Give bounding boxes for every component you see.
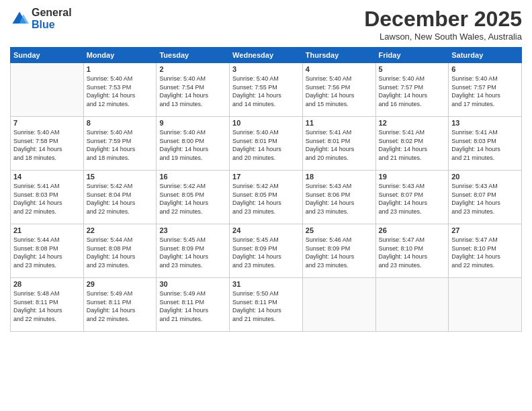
day-number: 25	[306, 226, 373, 234]
day-info: Sunrise: 5:40 AM Sunset: 7:57 PM Dayligh…	[451, 75, 519, 108]
day-number: 16	[159, 173, 226, 181]
logo: General Blue	[10, 7, 72, 30]
day-info: Sunrise: 5:45 AM Sunset: 8:09 PM Dayligh…	[232, 236, 300, 269]
day-number: 26	[379, 226, 446, 234]
calendar-cell: 12Sunrise: 5:41 AM Sunset: 8:02 PM Dayli…	[375, 117, 449, 171]
day-number: 5	[379, 65, 446, 73]
day-number: 3	[232, 65, 300, 73]
day-info: Sunrise: 5:44 AM Sunset: 8:08 PM Dayligh…	[13, 236, 81, 269]
day-number: 6	[451, 65, 519, 73]
calendar-cell: 25Sunrise: 5:46 AM Sunset: 8:09 PM Dayli…	[302, 224, 375, 278]
day-info: Sunrise: 5:47 AM Sunset: 8:10 PM Dayligh…	[379, 236, 446, 269]
logo-icon	[10, 9, 29, 28]
day-info: Sunrise: 5:45 AM Sunset: 8:09 PM Dayligh…	[159, 236, 226, 269]
day-number: 8	[87, 119, 154, 127]
weekday-header-sunday: Sunday	[11, 48, 84, 63]
day-info: Sunrise: 5:43 AM Sunset: 8:07 PM Dayligh…	[451, 182, 519, 216]
day-info: Sunrise: 5:40 AM Sunset: 7:56 PM Dayligh…	[306, 75, 373, 108]
weekday-header-thursday: Thursday	[302, 48, 375, 63]
day-number: 27	[451, 226, 519, 234]
day-number: 4	[306, 65, 373, 73]
logo-blue: Blue	[32, 19, 72, 31]
calendar-cell: 14Sunrise: 5:41 AM Sunset: 8:03 PM Dayli…	[11, 171, 84, 224]
calendar-cell: 3Sunrise: 5:40 AM Sunset: 7:55 PM Daylig…	[230, 63, 303, 117]
day-info: Sunrise: 5:40 AM Sunset: 7:54 PM Dayligh…	[159, 75, 226, 108]
calendar-cell: 30Sunrise: 5:49 AM Sunset: 8:11 PM Dayli…	[157, 278, 230, 332]
header: General Blue December 2025 Lawson, New S…	[10, 7, 522, 42]
calendar-cell: 22Sunrise: 5:44 AM Sunset: 8:08 PM Dayli…	[83, 224, 157, 278]
logo-text: General Blue	[32, 7, 72, 30]
page: General Blue December 2025 Lawson, New S…	[0, 0, 532, 411]
day-info: Sunrise: 5:40 AM Sunset: 7:55 PM Dayligh…	[232, 75, 300, 108]
day-info: Sunrise: 5:41 AM Sunset: 8:03 PM Dayligh…	[13, 182, 81, 216]
day-info: Sunrise: 5:46 AM Sunset: 8:09 PM Dayligh…	[306, 236, 373, 269]
calendar-cell	[449, 278, 522, 332]
calendar-cell: 10Sunrise: 5:40 AM Sunset: 8:01 PM Dayli…	[230, 117, 303, 171]
day-info: Sunrise: 5:42 AM Sunset: 8:05 PM Dayligh…	[232, 182, 300, 216]
day-number: 10	[232, 119, 300, 127]
day-number: 21	[13, 226, 81, 234]
day-number: 2	[159, 65, 226, 73]
calendar-cell: 26Sunrise: 5:47 AM Sunset: 8:10 PM Dayli…	[375, 224, 449, 278]
calendar-cell	[375, 278, 449, 332]
calendar-cell: 17Sunrise: 5:42 AM Sunset: 8:05 PM Dayli…	[230, 171, 303, 224]
day-number: 23	[159, 226, 226, 234]
calendar-cell: 6Sunrise: 5:40 AM Sunset: 7:57 PM Daylig…	[449, 63, 522, 117]
calendar-cell: 27Sunrise: 5:47 AM Sunset: 8:10 PM Dayli…	[449, 224, 522, 278]
calendar-week-row: 28Sunrise: 5:48 AM Sunset: 8:11 PM Dayli…	[11, 278, 522, 332]
day-number: 22	[87, 226, 154, 234]
calendar-cell: 24Sunrise: 5:45 AM Sunset: 8:09 PM Dayli…	[230, 224, 303, 278]
day-info: Sunrise: 5:40 AM Sunset: 8:00 PM Dayligh…	[159, 128, 226, 162]
weekday-header-saturday: Saturday	[449, 48, 522, 63]
day-number: 24	[232, 226, 300, 234]
calendar-cell: 19Sunrise: 5:43 AM Sunset: 8:07 PM Dayli…	[375, 171, 449, 224]
calendar-cell: 9Sunrise: 5:40 AM Sunset: 8:00 PM Daylig…	[157, 117, 230, 171]
day-info: Sunrise: 5:42 AM Sunset: 8:04 PM Dayligh…	[87, 182, 154, 216]
calendar-cell: 4Sunrise: 5:40 AM Sunset: 7:56 PM Daylig…	[302, 63, 375, 117]
day-number: 15	[87, 173, 154, 181]
calendar-cell: 28Sunrise: 5:48 AM Sunset: 8:11 PM Dayli…	[11, 278, 84, 332]
calendar-cell: 8Sunrise: 5:40 AM Sunset: 7:59 PM Daylig…	[83, 117, 157, 171]
weekday-header-wednesday: Wednesday	[230, 48, 303, 63]
weekday-header-row: SundayMondayTuesdayWednesdayThursdayFrid…	[11, 48, 522, 63]
calendar-cell: 18Sunrise: 5:43 AM Sunset: 8:06 PM Dayli…	[302, 171, 375, 224]
day-info: Sunrise: 5:41 AM Sunset: 8:03 PM Dayligh…	[451, 128, 519, 162]
calendar-cell: 2Sunrise: 5:40 AM Sunset: 7:54 PM Daylig…	[157, 63, 230, 117]
day-info: Sunrise: 5:42 AM Sunset: 8:05 PM Dayligh…	[159, 182, 226, 216]
day-info: Sunrise: 5:48 AM Sunset: 8:11 PM Dayligh…	[13, 289, 81, 323]
day-number: 14	[13, 173, 81, 181]
month-title: December 2025	[364, 7, 522, 32]
day-info: Sunrise: 5:43 AM Sunset: 8:07 PM Dayligh…	[379, 182, 446, 216]
calendar-cell: 20Sunrise: 5:43 AM Sunset: 8:07 PM Dayli…	[449, 171, 522, 224]
location-subtitle: Lawson, New South Wales, Australia	[364, 32, 522, 42]
calendar-cell	[11, 63, 84, 117]
calendar-week-row: 21Sunrise: 5:44 AM Sunset: 8:08 PM Dayli…	[11, 224, 522, 278]
day-number: 9	[159, 119, 226, 127]
day-info: Sunrise: 5:49 AM Sunset: 8:11 PM Dayligh…	[87, 289, 154, 323]
calendar-cell: 23Sunrise: 5:45 AM Sunset: 8:09 PM Dayli…	[157, 224, 230, 278]
day-info: Sunrise: 5:44 AM Sunset: 8:08 PM Dayligh…	[87, 236, 154, 269]
day-number: 17	[232, 173, 300, 181]
calendar-cell: 13Sunrise: 5:41 AM Sunset: 8:03 PM Dayli…	[449, 117, 522, 171]
day-info: Sunrise: 5:40 AM Sunset: 7:58 PM Dayligh…	[13, 128, 81, 162]
day-info: Sunrise: 5:40 AM Sunset: 8:01 PM Dayligh…	[232, 128, 300, 162]
calendar-cell: 15Sunrise: 5:42 AM Sunset: 8:04 PM Dayli…	[83, 171, 157, 224]
day-number: 19	[379, 173, 446, 181]
day-number: 12	[379, 119, 446, 127]
day-number: 29	[87, 280, 154, 288]
day-number: 11	[306, 119, 373, 127]
calendar-cell	[302, 278, 375, 332]
calendar-cell: 29Sunrise: 5:49 AM Sunset: 8:11 PM Dayli…	[83, 278, 157, 332]
day-number: 7	[13, 119, 81, 127]
weekday-header-friday: Friday	[375, 48, 449, 63]
day-number: 18	[306, 173, 373, 181]
weekday-header-monday: Monday	[83, 48, 157, 63]
calendar-cell: 31Sunrise: 5:50 AM Sunset: 8:11 PM Dayli…	[230, 278, 303, 332]
day-info: Sunrise: 5:49 AM Sunset: 8:11 PM Dayligh…	[159, 289, 226, 323]
calendar-table: SundayMondayTuesdayWednesdayThursdayFrid…	[10, 47, 522, 332]
weekday-header-tuesday: Tuesday	[157, 48, 230, 63]
day-number: 20	[451, 173, 519, 181]
calendar-cell: 7Sunrise: 5:40 AM Sunset: 7:58 PM Daylig…	[11, 117, 84, 171]
day-info: Sunrise: 5:40 AM Sunset: 7:53 PM Dayligh…	[87, 75, 154, 108]
calendar-week-row: 7Sunrise: 5:40 AM Sunset: 7:58 PM Daylig…	[11, 117, 522, 171]
